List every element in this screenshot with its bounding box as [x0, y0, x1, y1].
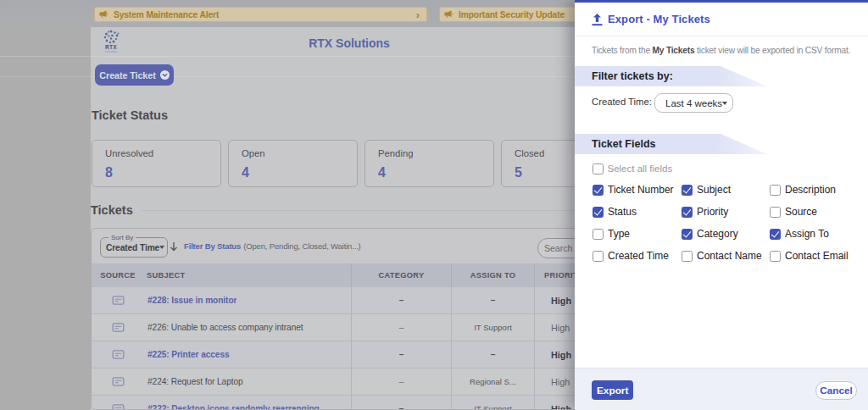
status-card-unresolved[interactable]: Unresolved 8	[92, 140, 221, 187]
checkbox-icon[interactable]	[593, 185, 604, 196]
chevron-down-icon	[160, 70, 170, 80]
web-form-source-icon	[112, 404, 125, 410]
alert-banner-label: Important Security Update	[459, 10, 565, 19]
status-card-pending[interactable]: Pending 4	[364, 140, 494, 187]
chevron-down-icon	[159, 246, 164, 249]
sort-by-value: Created Time	[106, 243, 159, 252]
checkbox-icon[interactable]	[682, 207, 693, 218]
tickets-table-card: Sort By Created Time Filter By Status (O…	[91, 228, 640, 410]
ticket-view-name: My Tickets	[653, 46, 695, 55]
export-button[interactable]: Export	[592, 380, 633, 400]
checkbox-icon[interactable]	[593, 229, 604, 240]
field-checkbox-status[interactable]: Status	[593, 206, 682, 218]
sort-by-select[interactable]: Sort By Created Time	[100, 237, 168, 258]
page-title: RTX Solutions	[222, 36, 476, 50]
status-card-label: Open	[242, 148, 344, 158]
field-checkbox-category[interactable]: Category	[682, 228, 770, 240]
ticket-subject-link[interactable]: #226: Unable to access company intranet	[147, 323, 303, 332]
alert-banner-label: System Maintenance Alert	[114, 10, 219, 19]
upload-icon	[591, 13, 604, 26]
checkbox-icon[interactable]	[593, 251, 604, 262]
tickets-toolbar: Sort By Created Time Filter By Status (O…	[92, 229, 639, 263]
field-checkbox-source[interactable]: Source	[770, 206, 849, 218]
checkbox-icon[interactable]	[770, 229, 781, 240]
company-logo: RTX	[100, 29, 122, 54]
web-form-source-icon	[112, 377, 125, 386]
fields-section-title: Ticket Fields	[592, 138, 656, 150]
created-time-label: Created Time:	[592, 97, 652, 107]
created-time-select[interactable]: Last 4 weeks	[654, 93, 733, 113]
status-card-value: 8	[105, 165, 208, 180]
ticket-status-cards: Unresolved 8 Open 4 Pending 4 Closed 5	[92, 140, 631, 187]
ticket-subject-link[interactable]: #224: Request for Laptop	[147, 377, 243, 386]
table-row[interactable]: #222: Desktop icons randomly rearranging…	[92, 396, 639, 410]
export-description: Tickets from the My Tickets ticket view …	[592, 46, 863, 55]
checkbox-icon[interactable]	[770, 185, 781, 196]
web-form-source-icon	[112, 323, 125, 332]
checkbox-icon[interactable]	[593, 163, 604, 175]
checkbox-icon[interactable]	[682, 229, 693, 240]
create-ticket-button[interactable]: Create Ticket	[95, 64, 174, 86]
ticket-category: –	[352, 368, 452, 395]
ticket-category: –	[352, 396, 452, 410]
table-row[interactable]: #225: Printer access – – High	[92, 341, 639, 368]
export-panel-title: Export - My Tickets	[608, 13, 710, 25]
create-ticket-label: Create Ticket	[99, 70, 155, 80]
select-all-fields-checkbox[interactable]: Select all fields	[593, 163, 672, 175]
filter-by-status-link[interactable]: Filter By Status	[184, 241, 241, 251]
created-time-row: Created Time: Last 4 weeks	[575, 93, 868, 113]
fields-section-band: Ticket Fields	[575, 134, 770, 154]
ticket-category: –	[352, 341, 452, 368]
filter-section-band: Filter tickets by:	[575, 66, 770, 86]
column-header-source: SOURCE	[92, 271, 144, 280]
ticket-category: –	[352, 287, 452, 313]
field-checkbox-type[interactable]: Type	[593, 228, 682, 240]
tickets-heading: Tickets	[91, 203, 133, 217]
table-row[interactable]: #226: Unable to access company intranet …	[92, 314, 639, 341]
status-card-value: 4	[242, 165, 344, 180]
logo-dots-icon	[103, 29, 120, 45]
table-row[interactable]: #224: Request for Laptop – Regional S...…	[92, 368, 639, 396]
field-checkbox-subject[interactable]: Subject	[682, 184, 770, 196]
logo-subtext	[105, 51, 117, 53]
megaphone-icon	[443, 9, 453, 19]
status-card-open[interactable]: Open 4	[228, 140, 358, 187]
alert-banner-maintenance[interactable]: System Maintenance Alert ›	[94, 7, 427, 22]
filter-by-status[interactable]: Filter By Status (Open, Pending, Closed,…	[170, 229, 361, 263]
web-form-source-icon	[112, 350, 125, 359]
ticket-assign-to: Regional S...	[452, 368, 535, 395]
field-checkbox-priority[interactable]: Priority	[682, 206, 770, 218]
checkbox-icon[interactable]	[682, 251, 693, 262]
field-checkbox-description[interactable]: Description	[770, 184, 849, 196]
table-header-row: SOURCE SUBJECT CATEGORY ASSIGN TO PRIORI…	[92, 263, 639, 287]
column-header-assign-to: ASSIGN TO	[452, 263, 535, 287]
field-checkbox-created-time[interactable]: Created Time	[593, 250, 682, 262]
ticket-assign-to: IT Support	[452, 396, 535, 410]
table-row[interactable]: #228: Issue in monitor – – High	[92, 287, 639, 314]
checkbox-icon[interactable]	[682, 185, 693, 196]
cancel-button[interactable]: Cancel	[815, 381, 857, 400]
checkbox-icon[interactable]	[770, 251, 781, 262]
app-screen: System Maintenance Alert › Important Sec…	[0, 0, 868, 410]
megaphone-icon	[98, 9, 108, 19]
web-form-source-icon	[112, 296, 125, 305]
field-checkbox-contact-email[interactable]: Contact Email	[770, 250, 849, 262]
field-checkbox-contact-name[interactable]: Contact Name	[682, 250, 770, 262]
ticket-category: –	[352, 314, 452, 341]
filter-section-title: Filter tickets by:	[592, 70, 673, 82]
field-checkbox-ticket-number[interactable]: Ticket Number	[593, 184, 682, 196]
chevron-right-icon[interactable]: ›	[416, 9, 420, 20]
ticket-assign-to: –	[452, 341, 535, 368]
chevron-down-icon	[722, 102, 727, 105]
export-panel: Export - My Tickets Tickets from the My …	[575, 0, 868, 410]
checkbox-icon[interactable]	[593, 207, 604, 218]
field-checkbox-assign-to[interactable]: Assign To	[770, 228, 849, 240]
checkbox-icon[interactable]	[770, 207, 781, 218]
filter-status-values: (Open, Pending, Closed, Waitin...)	[243, 241, 360, 251]
tickets-heading-divider	[142, 210, 650, 211]
ticket-subject-link[interactable]: #225: Printer access	[147, 350, 230, 359]
ticket-subject-link[interactable]: #228: Issue in monitor	[147, 296, 236, 305]
status-card-label: Unresolved	[105, 148, 208, 158]
ticket-subject-link[interactable]: #222: Desktop icons randomly rearranging	[147, 404, 320, 410]
export-panel-footer: Export Cancel	[575, 368, 868, 410]
